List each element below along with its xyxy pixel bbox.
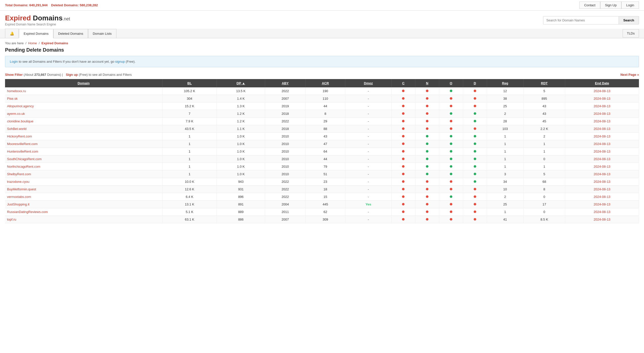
sort-acr[interactable]: ACR: [322, 81, 329, 85]
tlds-button[interactable]: TLDs: [623, 29, 639, 38]
sort-o[interactable]: O: [450, 81, 452, 85]
cell-c: [391, 208, 415, 216]
search-bar: Search: [543, 16, 639, 24]
contact-link[interactable]: Contact: [579, 2, 600, 9]
login-link-info[interactable]: Login: [10, 60, 18, 63]
domain-link[interactable]: RussianDatingReviews.com: [7, 210, 48, 214]
end-date-link[interactable]: 2024-08-13: [594, 210, 611, 214]
table-container: Domain BL DP ▲ ABY ACR Dmoz C N O D Reg …: [0, 79, 644, 223]
domain-link[interactable]: Pise.sk: [7, 97, 18, 100]
cell-rdt: 895: [524, 95, 565, 102]
end-date-link[interactable]: 2024-08-13: [594, 127, 611, 131]
domains-text: Domains) |: [47, 73, 63, 77]
domain-link[interactable]: NorthchicagoRent.com: [7, 165, 40, 168]
end-date-link[interactable]: 2024-08-13: [594, 187, 611, 191]
cell-o: [439, 216, 463, 223]
table-row: SohBet.world 43.5 K 1.1 K 2018 88 - 103 …: [5, 125, 639, 133]
sort-end-date[interactable]: End Date: [595, 81, 609, 85]
sign-up-filter-link[interactable]: Sign up: [66, 73, 78, 77]
end-date-link[interactable]: 2024-08-13: [594, 180, 611, 184]
tab-deleted-domains[interactable]: Deleted Domains: [53, 29, 88, 38]
end-date-link[interactable]: 2024-08-13: [594, 142, 611, 146]
col-acr: ACR: [305, 79, 345, 87]
end-date-link[interactable]: 2024-08-13: [594, 89, 611, 93]
cell-acr: 79: [305, 163, 345, 170]
sort-domain[interactable]: Domain: [77, 81, 90, 85]
domain-link[interactable]: clonidine.boutique: [7, 119, 33, 123]
breadcrumb-home[interactable]: Home: [28, 41, 37, 45]
cell-acr: 15: [305, 193, 345, 201]
end-date-link[interactable]: 2024-08-13: [594, 165, 611, 168]
domain-link[interactable]: HuntersvilleRent.com: [7, 150, 38, 153]
tab-domain-lists[interactable]: Domain Lists: [88, 29, 116, 38]
end-date-link[interactable]: 2024-08-13: [594, 195, 611, 199]
dot-o: [450, 90, 452, 92]
dot-d: [474, 105, 476, 107]
domain-link[interactable]: SohBet.world: [7, 127, 26, 131]
cell-acr: 51: [305, 170, 345, 178]
breadcrumb-current[interactable]: Expired Domains: [42, 41, 68, 45]
sort-rdt[interactable]: RDT: [541, 81, 548, 85]
end-date-link[interactable]: 2024-08-13: [594, 172, 611, 176]
show-filter-link[interactable]: Show Filter: [5, 73, 23, 77]
cell-c: [391, 170, 415, 178]
end-date-link[interactable]: 2024-08-13: [594, 150, 611, 153]
search-input[interactable]: [543, 16, 619, 24]
domains-table: Domain BL DP ▲ ABY ACR Dmoz C N O D Reg …: [5, 79, 639, 223]
domain-link[interactable]: Allopurinol.agency: [7, 104, 34, 108]
cell-n: [415, 118, 439, 125]
domain-link[interactable]: trazodone.cyou: [7, 180, 29, 184]
table-row: ShelbyRent.com 1 1.0 K 2010 51 - 3 5 202…: [5, 170, 639, 178]
domain-link[interactable]: ShelbyRent.com: [7, 172, 31, 176]
sort-bl[interactable]: BL: [187, 81, 192, 85]
end-date-link[interactable]: 2024-08-13: [594, 97, 611, 100]
sort-dp[interactable]: DP ▲: [236, 81, 245, 85]
signup-link[interactable]: Sign Up: [600, 2, 621, 9]
sort-d[interactable]: D: [474, 81, 476, 85]
cell-acr: 190: [305, 87, 345, 95]
cell-dmoz: -: [345, 148, 391, 155]
end-date-link[interactable]: 2024-08-13: [594, 104, 611, 108]
domain-link[interactable]: homeboxx.ru: [7, 89, 26, 93]
about-text: (About: [24, 73, 33, 77]
tab-bell[interactable]: 🔔: [5, 29, 19, 38]
end-date-link[interactable]: 2024-08-13: [594, 157, 611, 161]
sort-c[interactable]: C: [402, 81, 405, 85]
end-date-link[interactable]: 2024-08-13: [594, 119, 611, 123]
domain-link[interactable]: SouthChicagoRent.com: [7, 157, 42, 161]
domain-link[interactable]: HickoryRent.com: [7, 134, 32, 138]
domain-link[interactable]: ayerm.co.uk: [7, 112, 25, 116]
cell-n: [415, 163, 439, 170]
table-row: HickoryRent.com 1 1.0 K 2010 43 - 1 2 20…: [5, 133, 639, 140]
sort-dmoz[interactable]: Dmoz: [364, 81, 373, 85]
tab-expired-domains[interactable]: Expired Domains: [19, 29, 53, 38]
domain-link[interactable]: JustShopping.it: [7, 202, 29, 206]
domain-link[interactable]: MooresvilleRent.com: [7, 142, 37, 146]
domain-link[interactable]: vermoxtabs.com: [7, 195, 31, 199]
col-rdt: RDT: [524, 79, 565, 87]
dot-d: [474, 112, 476, 115]
dot-d: [474, 203, 476, 205]
sort-reg[interactable]: Reg: [502, 81, 508, 85]
dot-d: [474, 218, 476, 221]
cell-domain: HickoryRent.com: [5, 133, 162, 140]
search-button[interactable]: Search: [619, 16, 639, 24]
signup-link-info[interactable]: signup: [115, 60, 125, 63]
cell-aby: 2022: [265, 118, 305, 125]
cell-aby: 2010: [265, 148, 305, 155]
domain-link[interactable]: topf.ru: [7, 218, 16, 221]
cell-o: [439, 178, 463, 186]
cell-d: [463, 102, 487, 110]
end-date-link[interactable]: 2024-08-13: [594, 218, 611, 221]
end-date-link[interactable]: 2024-08-13: [594, 112, 611, 116]
sort-n[interactable]: N: [426, 81, 428, 85]
cell-c: [391, 102, 415, 110]
end-date-link[interactable]: 2024-08-13: [594, 202, 611, 206]
end-date-link[interactable]: 2024-08-13: [594, 134, 611, 138]
cell-end-date: 2024-08-13: [565, 163, 639, 170]
domain-link[interactable]: BuyMetformin.quest: [7, 187, 36, 191]
next-page-link[interactable]: Next Page »: [620, 73, 639, 77]
sort-aby[interactable]: ABY: [282, 81, 289, 85]
login-link[interactable]: Login: [621, 2, 639, 9]
cell-reg: 41: [487, 216, 524, 223]
